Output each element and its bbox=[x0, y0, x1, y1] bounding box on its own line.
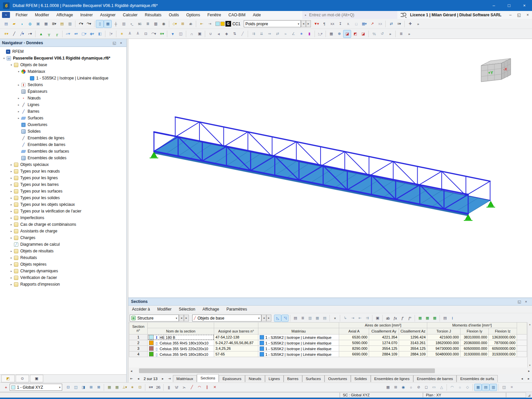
no-snap-icon[interactable]: ⊘ bbox=[415, 384, 422, 391]
project-cs-icon[interactable]: ⊠ bbox=[95, 384, 102, 391]
snap-lines-icon[interactable]: ▤ bbox=[482, 384, 489, 391]
float-panel-icon[interactable]: ◱ bbox=[111, 40, 118, 46]
tree-item[interactable]: ▸ Sections bbox=[0, 81, 126, 88]
torsion-cell[interactable]: 18620000.000 bbox=[427, 340, 461, 346]
next-table-button[interactable]: ▸ bbox=[160, 375, 166, 382]
pin-icon[interactable]: ▮ bbox=[305, 30, 313, 38]
separator[interactable] bbox=[104, 384, 104, 391]
assigned-members-cell[interactable]: 3,4,25,26 bbox=[214, 346, 258, 351]
tree-item[interactable]: ▸ Lignes bbox=[0, 101, 126, 108]
flexion-iz-cell[interactable]: 31930000.000 bbox=[489, 351, 517, 357]
save-template-icon[interactable]: ▣ bbox=[34, 20, 42, 28]
tab-sections[interactable]: Sections bbox=[197, 374, 219, 382]
undo-icon[interactable]: ↶▾ bbox=[77, 20, 85, 28]
separator[interactable] bbox=[186, 31, 186, 37]
first-table-button[interactable]: ⇤ bbox=[128, 375, 135, 382]
section-name-cell[interactable]: IHE 180 B bbox=[148, 334, 214, 340]
load-case-combo[interactable]: Poids propre ▾ bbox=[244, 20, 301, 27]
select-special-icon[interactable]: ◺▾ bbox=[316, 30, 324, 38]
separator[interactable] bbox=[372, 315, 372, 322]
new-node-icon[interactable]: ∗▾ bbox=[2, 30, 10, 38]
tree-expander-icon[interactable]: ▸ bbox=[9, 283, 14, 286]
tree-expander-icon[interactable]: ▸ bbox=[9, 236, 14, 239]
tab-ensembles-surfaces[interactable]: Ensembles de surfa bbox=[457, 375, 498, 382]
line-release-icon[interactable]: ╨ bbox=[126, 30, 134, 38]
separator[interactable] bbox=[395, 31, 396, 37]
edit-cs-icon[interactable]: ⊡ bbox=[64, 384, 72, 391]
separator[interactable] bbox=[326, 31, 326, 37]
window-select-icon[interactable]: ▭ bbox=[430, 384, 438, 391]
jump-prev-icon[interactable]: ⇤ bbox=[356, 315, 363, 322]
snap-points-icon[interactable]: ▦ bbox=[113, 384, 121, 391]
new-model-icon[interactable]: ▤ bbox=[2, 20, 10, 28]
tree-item[interactable]: ▸ Types pour la vérification de l'acier bbox=[0, 208, 126, 214]
circle-mode-icon[interactable]: ○ bbox=[456, 384, 464, 391]
tree-expander-icon[interactable]: ▸ bbox=[9, 177, 14, 180]
table-row[interactable]: 4 ▯Celsius 355 SHS 180x180x10 57-65 1 - … bbox=[129, 351, 527, 357]
tree-expander-icon[interactable]: ▸ bbox=[9, 263, 14, 266]
mdi-restore-button[interactable]: ◱ bbox=[515, 11, 523, 19]
separator[interactable] bbox=[385, 21, 386, 27]
section-plane-icon[interactable]: ◩ bbox=[351, 30, 359, 38]
assigned-members-cell[interactable]: 57-65 bbox=[214, 351, 258, 357]
table-list-icon[interactable]: ▥ bbox=[66, 20, 74, 28]
pan-icon[interactable]: ✚ bbox=[406, 20, 414, 28]
arc-tools-icon[interactable]: ◠▾ bbox=[150, 30, 158, 38]
print-table-icon[interactable]: ≣ bbox=[299, 315, 306, 322]
filter-table-icon[interactable]: ▣ bbox=[374, 315, 381, 322]
shear-az-cell[interactable]: 1296.424 bbox=[399, 334, 427, 340]
new-table-icon[interactable]: ▤ bbox=[58, 20, 66, 28]
separator[interactable] bbox=[167, 31, 167, 37]
menu-item[interactable]: Modifier bbox=[31, 11, 53, 19]
regenerate-icon[interactable]: ↺ bbox=[378, 30, 386, 38]
tree-item[interactable]: ▾ Passerelle Becquerel V06.1 Rigidité dy… bbox=[0, 55, 126, 62]
tree-item[interactable]: RFEM bbox=[0, 48, 126, 55]
guideline-angle-icon[interactable]: V/ bbox=[173, 384, 180, 391]
tree-item[interactable]: ▾ Objets de base bbox=[0, 62, 126, 68]
separator[interactable] bbox=[315, 31, 315, 37]
section-number-cell[interactable]: 1 bbox=[129, 334, 148, 340]
sections-menu-item[interactable]: Sélection bbox=[175, 306, 199, 313]
new-polygon-icon[interactable]: ◇▾ bbox=[171, 20, 179, 28]
model-viewport[interactable]: +Y -X bbox=[128, 39, 532, 298]
delete-row-icon[interactable]: × bbox=[331, 315, 338, 322]
tree-item[interactable]: Solides bbox=[0, 128, 126, 135]
category-prev-button[interactable]: ◂ bbox=[261, 315, 266, 322]
tree-expander-icon[interactable]: ▸ bbox=[9, 216, 14, 219]
tree-expander-icon[interactable]: ▾ bbox=[9, 64, 14, 66]
tree-item[interactable]: ▸ Types pour les surfaces bbox=[0, 188, 126, 195]
tree-item[interactable]: ▾ Matériaux bbox=[0, 68, 126, 75]
jump-next-icon[interactable]: ⇥ bbox=[349, 315, 356, 322]
toolbar-overflow-icon[interactable]: » bbox=[414, 20, 422, 28]
menu-item[interactable]: Calculer bbox=[119, 11, 141, 19]
formula-options-icon[interactable]: ƒ° bbox=[406, 315, 413, 322]
swap-icon[interactable]: ⇅ bbox=[230, 30, 238, 38]
table-row[interactable]: 2 ▯Celsius 355 RHS 180x100x10 5-24,27-46… bbox=[129, 340, 527, 346]
section-beam-icon[interactable]: I bbox=[449, 315, 456, 322]
axial-area-cell[interactable]: 6690.000 bbox=[339, 351, 369, 357]
menu-item[interactable]: Outils bbox=[165, 11, 183, 19]
separator[interactable] bbox=[62, 31, 63, 37]
tree-expander-icon[interactable]: ▸ bbox=[9, 183, 14, 186]
line-support-icon[interactable]: ╥ bbox=[45, 30, 53, 38]
open-online-icon[interactable]: ◍ bbox=[26, 20, 34, 28]
tree-item[interactable]: ▸ Imperfections bbox=[0, 214, 126, 221]
search-icon[interactable] bbox=[401, 12, 407, 18]
tree-item[interactable]: ▸ Objets de résultats bbox=[0, 248, 126, 254]
sections-menu-item[interactable]: Accéder à bbox=[128, 306, 154, 313]
formula-icon[interactable]: ƒx bbox=[391, 315, 399, 322]
snap-perp-icon[interactable]: ⊥▾ bbox=[121, 384, 128, 391]
stack-icon[interactable]: ≣ bbox=[397, 30, 405, 38]
tree-item[interactable]: Ensembles de solides bbox=[0, 155, 126, 161]
shear-ay-cell[interactable]: 3554.125 bbox=[369, 346, 399, 351]
menu-item[interactable]: CAO-BIM bbox=[225, 11, 249, 19]
snap-raster-icon[interactable]: ▦ bbox=[474, 384, 482, 391]
result-arrow-icon[interactable]: ↗ bbox=[368, 20, 376, 28]
scrollbar-thumb[interactable] bbox=[139, 368, 435, 373]
close-panel-icon[interactable]: × bbox=[118, 40, 124, 46]
tree-item[interactable]: Ensembles de surfaces bbox=[0, 148, 126, 155]
clipping-icon[interactable]: ◫ bbox=[177, 30, 185, 38]
material-cell[interactable]: 1 - S355K2 | Isotrope | Linéaire élastiq… bbox=[258, 340, 339, 346]
group-next-button[interactable]: ▸ bbox=[184, 315, 189, 322]
camera-button[interactable]: ▣ bbox=[30, 375, 43, 382]
